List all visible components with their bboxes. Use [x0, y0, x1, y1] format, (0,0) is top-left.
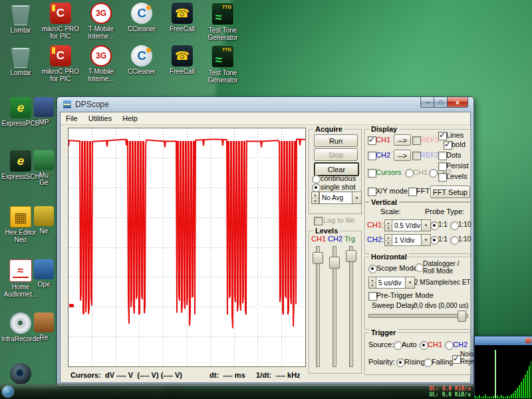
dropdown-arrow-icon[interactable]: [421, 235, 430, 245]
trigger-level-thumb[interactable]: [346, 250, 356, 262]
sample-rate-label: 2 MSample/sec ET: [414, 279, 470, 287]
ch2-scale-dropdown[interactable]: 1 V/div: [392, 234, 431, 246]
window-titlebar[interactable]: DPScope: [57, 97, 473, 112]
menu-utilities[interactable]: Utilities: [83, 113, 117, 124]
window-client-area: File Utilities Help Cursors: dV ---- V (…: [60, 112, 471, 383]
desktop-icon-partial-1[interactable]: MP: [29, 97, 59, 126]
app-icon: [34, 313, 54, 332]
copy-ch1-to-ref-button[interactable]: -->: [394, 134, 411, 146]
desktop-icon-tmobile[interactable]: 3G T-Mobile Interne...: [82, 3, 120, 40]
inverse-dt-readout: 1/dt: ---- kHz: [256, 371, 301, 379]
sweep-delay-slider[interactable]: [368, 314, 468, 318]
tmobile-3g-icon: 3G: [90, 45, 112, 66]
continuous-radio[interactable]: [312, 175, 321, 184]
upload-rate: UL: 0,0 KiB/s: [429, 392, 471, 398]
waveform-plot[interactable]: [68, 128, 306, 367]
webcam-icon: [10, 363, 31, 384]
close-button[interactable]: [447, 97, 468, 108]
dropdown-arrow-icon[interactable]: [405, 277, 414, 288]
dropdown-arrow-icon[interactable]: [352, 192, 361, 203]
desktop-icon-mikroc-2[interactable]: C mikroC PRO for PIC: [41, 45, 80, 82]
ch2-level-slider[interactable]: [332, 246, 336, 367]
desktop-icon-webcam[interactable]: [1, 363, 40, 386]
start-orb[interactable]: [2, 386, 14, 398]
ch1-level-thumb[interactable]: [313, 252, 323, 264]
trigger-level-slider[interactable]: [349, 246, 353, 367]
desktop-icon-lomtar-2[interactable]: Lomtar: [1, 45, 40, 76]
ccleaner-icon: C: [131, 3, 152, 24]
recycle-bin-icon: [9, 3, 32, 25]
bandwidth-meter-titlebar[interactable]: [475, 336, 532, 345]
spectrum-graph: [475, 345, 531, 398]
minimize-button[interactable]: [420, 97, 435, 108]
menu-file[interactable]: File: [61, 113, 83, 124]
desktop-icon-freecall-2[interactable]: ☎ FreeCall: [163, 45, 201, 75]
app-icon: [34, 206, 54, 226]
sweep-delay-thumb[interactable]: [458, 311, 466, 322]
timebase-dropdown[interactable]: 5 us/div: [376, 277, 415, 289]
download-rate: DL: 0,0 KiB/s: [429, 386, 471, 392]
phone-icon: ☎: [172, 45, 193, 66]
desktop-icon-ccleaner[interactable]: C CCleaner: [122, 3, 161, 33]
desktop-icon-freecall[interactable]: ☎ FreeCall: [163, 3, 201, 33]
disc-icon: [10, 313, 31, 334]
tmobile-3g-icon: 3G: [90, 3, 112, 24]
ch1-level-slider[interactable]: [316, 246, 320, 367]
mikroc-icon: C: [50, 45, 71, 66]
menu-help[interactable]: Help: [117, 113, 143, 124]
sweep-delay-value: 0,0 divs (0,000 us): [414, 302, 468, 310]
desktop-icon-partial-2[interactable]: MuGe: [29, 150, 59, 186]
expresspcb-icon: e: [10, 97, 31, 118]
phone-icon: ☎: [172, 3, 193, 24]
desktop-icon-partial-4[interactable]: Ope: [29, 259, 59, 288]
run-button[interactable]: Run: [314, 134, 358, 147]
expresssch-icon: e: [10, 150, 31, 172]
mikroc-icon: C: [50, 3, 71, 24]
desktop-icon-partial-3[interactable]: Ne: [29, 206, 59, 235]
dpscope-window[interactable]: DPScope File Utilities Help Cursors: dV …: [57, 96, 474, 386]
audiometer-icon: ≈: [9, 259, 32, 282]
desktop-icon-ccleaner-2[interactable]: C CCleaner: [122, 45, 161, 75]
test-tone-generator-icon: TTG: [211, 45, 234, 68]
ccleaner-icon: C: [131, 45, 152, 66]
dropdown-arrow-icon[interactable]: [421, 220, 430, 231]
fft-setup-button[interactable]: FFT Setup: [430, 186, 470, 198]
desktop-icon-partial-5[interactable]: Re: [29, 313, 59, 341]
bandwidth-meter-window[interactable]: [474, 336, 532, 399]
average-spinner[interactable]: [311, 192, 319, 204]
desktop: Lomtar C mikroC PRO for PIC 3G T-Mobile …: [0, 0, 532, 399]
stop-button[interactable]: Stop: [314, 148, 358, 161]
bandwidth-meter-graph: [475, 345, 532, 399]
copy-ch2-to-ref-button[interactable]: -->: [394, 150, 411, 161]
hex-editor-icon: ▦: [10, 206, 31, 227]
test-tone-generator-icon: TTG: [211, 3, 234, 25]
ch1-scale-dropdown[interactable]: 0.5 V/div: [392, 219, 431, 231]
app-icon: [34, 97, 54, 117]
network-meter-tray: DL: 0,0 KiB/s UL: 0,0 KiB/s: [429, 386, 471, 398]
desktop-icon-ttg-2[interactable]: TTG Test Tone Generator: [203, 45, 242, 84]
desktop-icon-ttg[interactable]: TTG Test Tone Generator: [203, 3, 242, 41]
desktop-icon-lomtar[interactable]: Lomtar: [1, 3, 40, 34]
desktop-icon-mikroc[interactable]: C mikroC PRO for PIC: [41, 3, 80, 40]
app-icon: [34, 150, 54, 170]
maximize-button[interactable]: [434, 97, 448, 108]
window-title: DPScope: [75, 100, 109, 109]
ch2-level-thumb[interactable]: [329, 257, 340, 269]
menu-bar: File Utilities Help: [61, 112, 470, 125]
dt-readout: dt: ---- ms: [209, 371, 245, 379]
app-icon: [34, 259, 54, 279]
average-dropdown[interactable]: No Avg: [319, 192, 362, 204]
log-to-file-checkbox[interactable]: [314, 217, 323, 225]
dpscope-app-icon: [63, 100, 72, 109]
taskbar[interactable]: DL: 0,0 KiB/s UL: 0,0 KiB/s: [0, 384, 532, 399]
cursor-readout: Cursors: dV ---- V (---- V) (---- V): [70, 371, 182, 379]
recycle-bin-icon: [9, 45, 32, 68]
desktop-icon-tmobile-2[interactable]: 3G T-Mobile Interne...: [82, 45, 120, 82]
